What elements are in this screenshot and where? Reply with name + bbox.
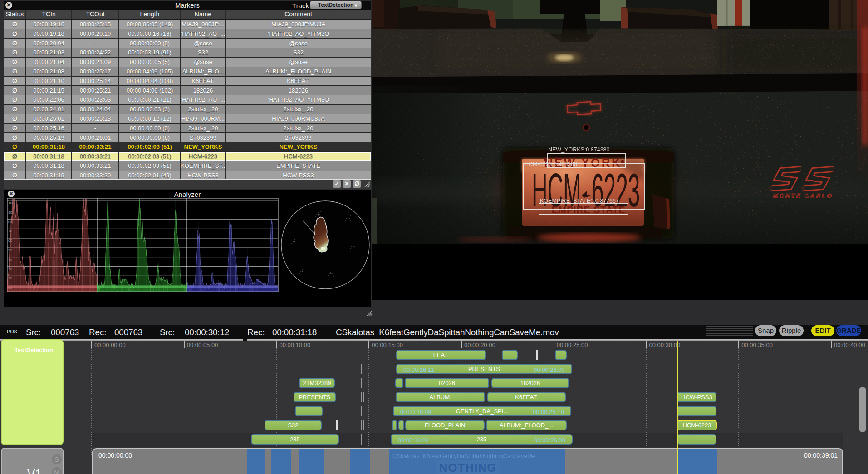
svg-text:KOEMPIRE_STATE0:0.877667: KOEMPIRE_STATE0:0.877667 [540, 198, 619, 204]
svg-text:HCM-6223:0.988588: HCM-6223:0.988588 [525, 161, 577, 167]
svg-text:MONTE CARLO: MONTE CARLO [773, 192, 833, 199]
svg-text:NEW_YORKS:0.874380: NEW_YORKS:0.874380 [548, 147, 610, 153]
